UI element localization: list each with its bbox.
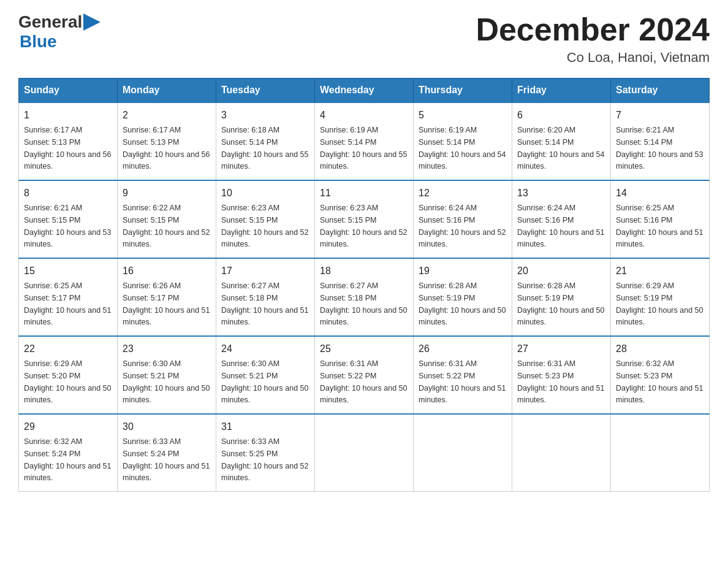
day-info: Sunrise: 6:25 AMSunset: 5:17 PMDaylight:… — [24, 282, 111, 326]
day-info: Sunrise: 6:31 AMSunset: 5:22 PMDaylight:… — [320, 359, 407, 404]
day-number: 12 — [419, 186, 507, 201]
day-number: 11 — [320, 186, 408, 201]
day-number: 24 — [221, 342, 309, 356]
calendar-cell: 4Sunrise: 6:19 AMSunset: 5:14 PMDaylight… — [315, 102, 414, 180]
calendar-cell — [414, 414, 512, 492]
day-info: Sunrise: 6:28 AMSunset: 5:19 PMDaylight:… — [517, 282, 604, 326]
calendar-cell: 22Sunrise: 6:29 AMSunset: 5:20 PMDayligh… — [19, 336, 118, 414]
day-header-monday: Monday — [118, 79, 216, 103]
logo-arrow-icon — [83, 13, 100, 31]
day-number: 20 — [517, 264, 605, 278]
day-info: Sunrise: 6:30 AMSunset: 5:21 PMDaylight:… — [221, 359, 308, 404]
calendar-cell: 13Sunrise: 6:24 AMSunset: 5:16 PMDayligh… — [512, 180, 611, 258]
day-number: 5 — [419, 108, 507, 123]
day-info: Sunrise: 6:17 AMSunset: 5:13 PMDaylight:… — [123, 126, 210, 170]
day-number: 31 — [221, 419, 309, 434]
day-header-sunday: Sunday — [19, 79, 118, 103]
calendar-cell: 20Sunrise: 6:28 AMSunset: 5:19 PMDayligh… — [512, 258, 611, 336]
day-info: Sunrise: 6:20 AMSunset: 5:14 PMDaylight:… — [517, 126, 604, 170]
week-row-2: 8Sunrise: 6:21 AMSunset: 5:15 PMDaylight… — [19, 180, 710, 258]
calendar-cell: 7Sunrise: 6:21 AMSunset: 5:14 PMDaylight… — [611, 102, 710, 180]
day-info: Sunrise: 6:27 AMSunset: 5:18 PMDaylight:… — [221, 282, 308, 326]
calendar-cell: 16Sunrise: 6:26 AMSunset: 5:17 PMDayligh… — [118, 258, 216, 336]
day-info: Sunrise: 6:21 AMSunset: 5:15 PMDaylight:… — [24, 204, 111, 248]
day-number: 18 — [320, 264, 408, 278]
day-number: 8 — [24, 186, 112, 201]
calendar-cell — [611, 414, 710, 492]
logo: General Blue — [18, 12, 100, 52]
day-info: Sunrise: 6:18 AMSunset: 5:14 PMDaylight:… — [221, 126, 308, 170]
day-info: Sunrise: 6:19 AMSunset: 5:14 PMDaylight:… — [419, 126, 506, 170]
day-info: Sunrise: 6:31 AMSunset: 5:22 PMDaylight:… — [419, 359, 506, 404]
day-number: 3 — [221, 108, 309, 123]
day-info: Sunrise: 6:19 AMSunset: 5:14 PMDaylight:… — [320, 126, 407, 170]
day-info: Sunrise: 6:23 AMSunset: 5:15 PMDaylight:… — [320, 204, 407, 248]
calendar-cell: 10Sunrise: 6:23 AMSunset: 5:15 PMDayligh… — [216, 180, 315, 258]
day-info: Sunrise: 6:29 AMSunset: 5:19 PMDaylight:… — [616, 282, 703, 326]
day-info: Sunrise: 6:32 AMSunset: 5:24 PMDaylight:… — [24, 437, 111, 482]
calendar-cell: 2Sunrise: 6:17 AMSunset: 5:13 PMDaylight… — [118, 102, 216, 180]
day-info: Sunrise: 6:27 AMSunset: 5:18 PMDaylight:… — [320, 282, 407, 326]
day-number: 9 — [123, 186, 211, 201]
day-number: 23 — [123, 342, 211, 356]
calendar-cell: 5Sunrise: 6:19 AMSunset: 5:14 PMDaylight… — [414, 102, 512, 180]
calendar-cell — [512, 414, 611, 492]
day-info: Sunrise: 6:33 AMSunset: 5:25 PMDaylight:… — [221, 437, 308, 482]
logo-text-general: General — [18, 12, 82, 32]
day-info: Sunrise: 6:30 AMSunset: 5:21 PMDaylight:… — [123, 359, 210, 404]
day-info: Sunrise: 6:17 AMSunset: 5:13 PMDaylight:… — [24, 126, 111, 170]
calendar-cell: 15Sunrise: 6:25 AMSunset: 5:17 PMDayligh… — [19, 258, 118, 336]
day-header-row: SundayMondayTuesdayWednesdayThursdayFrid… — [19, 79, 710, 103]
day-number: 21 — [616, 264, 704, 278]
calendar-cell: 21Sunrise: 6:29 AMSunset: 5:19 PMDayligh… — [611, 258, 710, 336]
week-row-3: 15Sunrise: 6:25 AMSunset: 5:17 PMDayligh… — [19, 258, 710, 336]
day-number: 13 — [517, 186, 605, 201]
calendar-cell: 28Sunrise: 6:32 AMSunset: 5:23 PMDayligh… — [611, 336, 710, 414]
calendar-cell: 6Sunrise: 6:20 AMSunset: 5:14 PMDaylight… — [512, 102, 611, 180]
day-number: 28 — [616, 342, 704, 356]
day-header-thursday: Thursday — [414, 79, 512, 103]
day-info: Sunrise: 6:32 AMSunset: 5:23 PMDaylight:… — [616, 359, 703, 404]
day-number: 22 — [24, 342, 112, 356]
page-header: General Blue December 2024 Co Loa, Hanoi… — [18, 12, 710, 66]
svg-marker-0 — [83, 13, 100, 31]
calendar-cell: 31Sunrise: 6:33 AMSunset: 5:25 PMDayligh… — [216, 414, 315, 492]
calendar-cell: 27Sunrise: 6:31 AMSunset: 5:23 PMDayligh… — [512, 336, 611, 414]
day-number: 7 — [616, 108, 704, 123]
day-number: 26 — [419, 342, 507, 356]
day-header-saturday: Saturday — [611, 79, 710, 103]
day-info: Sunrise: 6:28 AMSunset: 5:19 PMDaylight:… — [419, 282, 506, 326]
calendar-table: SundayMondayTuesdayWednesdayThursdayFrid… — [18, 78, 710, 492]
day-info: Sunrise: 6:31 AMSunset: 5:23 PMDaylight:… — [517, 359, 604, 404]
logo-text-blue: Blue — [20, 32, 100, 52]
calendar-cell: 30Sunrise: 6:33 AMSunset: 5:24 PMDayligh… — [118, 414, 216, 492]
day-number: 1 — [24, 108, 112, 123]
calendar-cell: 29Sunrise: 6:32 AMSunset: 5:24 PMDayligh… — [19, 414, 118, 492]
week-row-5: 29Sunrise: 6:32 AMSunset: 5:24 PMDayligh… — [19, 414, 710, 492]
calendar-cell: 17Sunrise: 6:27 AMSunset: 5:18 PMDayligh… — [216, 258, 315, 336]
calendar-title: December 2024 — [476, 12, 710, 47]
day-number: 15 — [24, 264, 112, 278]
day-number: 30 — [123, 419, 211, 434]
calendar-cell: 26Sunrise: 6:31 AMSunset: 5:22 PMDayligh… — [414, 336, 512, 414]
day-number: 10 — [221, 186, 309, 201]
day-number: 27 — [517, 342, 605, 356]
calendar-cell: 19Sunrise: 6:28 AMSunset: 5:19 PMDayligh… — [414, 258, 512, 336]
calendar-cell: 3Sunrise: 6:18 AMSunset: 5:14 PMDaylight… — [216, 102, 315, 180]
day-number: 6 — [517, 108, 605, 123]
week-row-1: 1Sunrise: 6:17 AMSunset: 5:13 PMDaylight… — [19, 102, 710, 180]
day-number: 17 — [221, 264, 309, 278]
day-number: 19 — [419, 264, 507, 278]
calendar-cell: 12Sunrise: 6:24 AMSunset: 5:16 PMDayligh… — [414, 180, 512, 258]
week-row-4: 22Sunrise: 6:29 AMSunset: 5:20 PMDayligh… — [19, 336, 710, 414]
calendar-cell: 8Sunrise: 6:21 AMSunset: 5:15 PMDaylight… — [19, 180, 118, 258]
day-header-tuesday: Tuesday — [216, 79, 315, 103]
day-header-wednesday: Wednesday — [315, 79, 414, 103]
day-info: Sunrise: 6:24 AMSunset: 5:16 PMDaylight:… — [419, 204, 506, 248]
calendar-cell: 1Sunrise: 6:17 AMSunset: 5:13 PMDaylight… — [19, 102, 118, 180]
title-area: December 2024 Co Loa, Hanoi, Vietnam — [476, 12, 710, 66]
day-number: 16 — [123, 264, 211, 278]
calendar-cell: 25Sunrise: 6:31 AMSunset: 5:22 PMDayligh… — [315, 336, 414, 414]
day-info: Sunrise: 6:21 AMSunset: 5:14 PMDaylight:… — [616, 126, 703, 170]
day-info: Sunrise: 6:29 AMSunset: 5:20 PMDaylight:… — [24, 359, 111, 404]
